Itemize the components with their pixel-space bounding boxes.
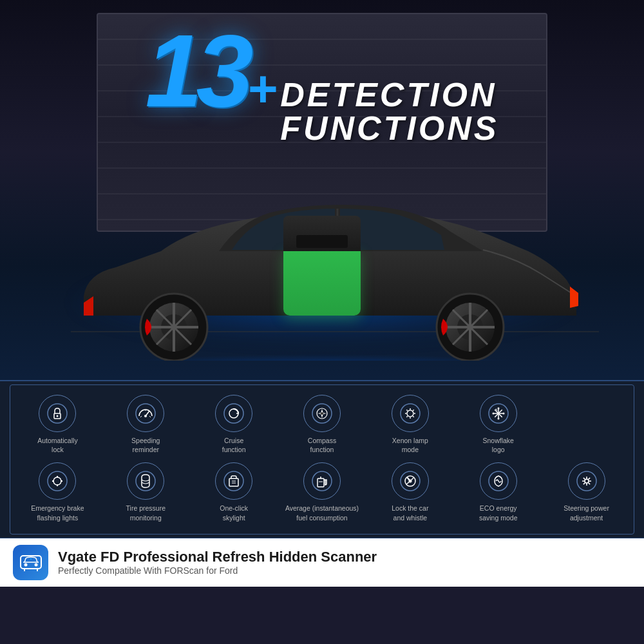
speed-reminder-label: Speedingreminder: [131, 436, 160, 454]
emergency-brake-label: Emergency brakeflashing lights: [31, 504, 84, 522]
svg-rect-62: [229, 478, 238, 486]
obd-connector-top: [283, 216, 361, 251]
app-icon: [13, 545, 48, 580]
svg-point-87: [24, 564, 27, 567]
steering-label: Steering poweradjustment: [564, 504, 609, 522]
svg-rect-66: [317, 478, 324, 487]
function-emergency-brake: Emergency brakeflashing lights: [14, 459, 102, 527]
brand-title: Vgate FD Professional Refresh Hidden Sca…: [58, 549, 631, 565]
svg-point-65: [312, 471, 332, 491]
svg-point-54: [48, 471, 67, 491]
compass-label: Compassfunction: [308, 436, 336, 454]
obd-device: [283, 216, 361, 316]
number-line: 13 + DETECTION FUNCTIONS: [0, 19, 644, 145]
fuel-label: Average (instantaneous)fuel consumption: [285, 504, 359, 522]
xenon-icon: [392, 395, 429, 432]
speed-reminder-icon: [127, 395, 164, 432]
svg-point-26: [224, 404, 243, 423]
svg-point-20: [136, 404, 155, 423]
svg-point-22: [144, 415, 147, 417]
obd-body-green: [283, 251, 361, 316]
big-number: 13: [145, 19, 247, 122]
svg-point-88: [34, 564, 37, 567]
emergency-brake-icon: [39, 462, 76, 500]
function-snowflake: Snowflakelogo: [454, 392, 542, 459]
function-speed-reminder: Speedingreminder: [102, 392, 190, 459]
svg-line-23: [140, 416, 142, 417]
function-tire-pressure: Tire pressuremonitoring: [102, 459, 190, 527]
svg-point-74: [408, 480, 412, 483]
brand-subtitle: Perfectly Compatible With FORScan for Fo…: [58, 565, 631, 576]
svg-point-33: [401, 404, 420, 423]
function-skylight: One-clickskylight: [190, 459, 278, 527]
compass-icon: [303, 395, 341, 432]
tire-pressure-icon: [127, 462, 164, 500]
page-container: 13 + DETECTION FUNCTIONS: [0, 0, 644, 644]
detection-functions-text: DETECTION FUNCTIONS: [280, 78, 498, 145]
svg-point-51: [502, 413, 504, 415]
svg-line-24: [149, 416, 151, 417]
svg-point-48: [497, 408, 499, 410]
function-lock-whistle: Lock the carand whistle: [366, 459, 454, 527]
auto-lock-icon: [39, 395, 76, 432]
tire-pressure-label: Tire pressuremonitoring: [126, 504, 166, 522]
svg-point-49: [497, 418, 499, 420]
functions-section: Automaticallylock Speedingreminder Cruis…: [0, 380, 644, 538]
svg-point-55: [53, 477, 61, 485]
svg-line-85: [583, 483, 585, 485]
svg-point-34: [407, 410, 413, 417]
cruise-label: Cruisefunction: [222, 436, 246, 454]
lock-whistle-icon: [392, 462, 429, 500]
svg-line-39: [406, 410, 408, 411]
brand-text-container: Vgate FD Professional Refresh Hidden Sca…: [58, 549, 631, 576]
svg-point-76: [577, 471, 596, 491]
svg-point-32: [321, 412, 323, 415]
functions-grid: Automaticallylock Speedingreminder Cruis…: [10, 384, 634, 535]
svg-line-82: [583, 478, 585, 480]
svg-line-84: [588, 478, 590, 480]
auto-lock-label: Automaticallylock: [37, 436, 77, 454]
skylight-label: One-clickskylight: [220, 504, 248, 522]
eco-label: ECO energysaving mode: [479, 504, 518, 522]
function-eco: ECO energysaving mode: [454, 459, 542, 527]
eco-icon: [480, 462, 517, 500]
function-steering: Steering poweradjustment: [542, 459, 630, 527]
svg-point-19: [57, 415, 59, 417]
function-compass: Compassfunction: [278, 392, 366, 459]
title-area: 13 + DETECTION FUNCTIONS: [0, 19, 644, 145]
bottom-branding: Vgate FD Professional Refresh Hidden Sca…: [0, 538, 644, 587]
cruise-icon: [215, 395, 252, 432]
xenon-label: Xenon lampmode: [392, 436, 428, 454]
detection-text: DETECTION: [280, 78, 498, 111]
snowflake-icon: [480, 395, 517, 432]
steering-icon: [568, 462, 605, 500]
fuel-icon: [303, 462, 341, 500]
svg-line-41: [413, 410, 414, 411]
lock-whistle-label: Lock the carand whistle: [392, 504, 428, 522]
svg-point-50: [492, 413, 494, 415]
svg-line-40: [413, 416, 414, 417]
function-auto-lock: Automaticallylock: [14, 392, 102, 459]
svg-line-42: [406, 416, 408, 417]
function-cruise: Cruisefunction: [190, 392, 278, 459]
svg-line-83: [588, 483, 590, 485]
svg-point-77: [585, 479, 589, 483]
skylight-icon: [215, 462, 252, 500]
functions-text: FUNCTIONS: [280, 111, 498, 145]
hero-section: 13 + DETECTION FUNCTIONS: [0, 0, 644, 380]
function-xenon: Xenon lampmode: [366, 392, 454, 459]
snowflake-label: Snowflakelogo: [482, 436, 513, 454]
plus-sign: +: [247, 59, 277, 118]
function-fuel: Average (instantaneous)fuel consumption: [278, 459, 366, 527]
